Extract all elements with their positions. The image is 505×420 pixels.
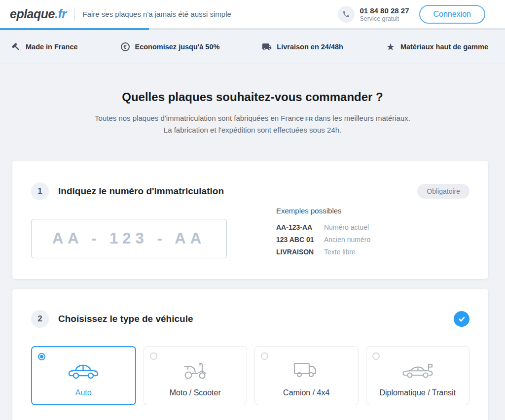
- fr-flag-tag: FR: [305, 116, 313, 122]
- truck-outline-icon: [292, 357, 321, 384]
- logo-tld: .fr: [55, 7, 67, 21]
- connexion-button[interactable]: Connexion: [419, 5, 486, 24]
- page-subtitle: Toutes nos plaques d'immatriculation son…: [90, 112, 415, 136]
- euro-icon: €: [120, 42, 130, 52]
- vehicle-option-label: Moto / Scooter: [170, 388, 221, 397]
- phone-service-label: Service gratuit: [360, 15, 409, 22]
- plate-number-input[interactable]: [31, 219, 227, 258]
- vehicle-options: Auto Moto / Scooter: [31, 346, 469, 405]
- radio-diplomatique[interactable]: [372, 352, 380, 360]
- vehicle-option-diplomatique[interactable]: Diplomatique / Transit: [366, 346, 470, 405]
- diplomatic-car-icon: [402, 357, 433, 384]
- star-icon: ★: [386, 42, 396, 52]
- step1-number: 1: [31, 182, 49, 200]
- radio-auto[interactable]: [38, 353, 45, 360]
- examples-list: AA-123-AA Numéro actuel 123 ABC 01 Ancie…: [276, 223, 370, 256]
- step1-title: Indiquez le numéro d'immatriculation: [58, 186, 224, 197]
- step1-header: 1 Indiquez le numéro d'immatriculation O…: [31, 182, 469, 200]
- feature-economisez: € Economisez jusqu'à 50%: [120, 42, 220, 52]
- example-desc: Numéro actuel: [324, 223, 370, 231]
- car-icon: [68, 357, 99, 384]
- example-desc: Ancien numéro: [324, 236, 370, 244]
- feature-bar: Made in France € Economisez jusqu'à 50% …: [0, 30, 505, 64]
- step1-body: Exemples possibles AA-123-AA Numéro actu…: [31, 207, 469, 258]
- step2-number: 2: [31, 310, 49, 328]
- obligatoire-badge: Obligatoire: [417, 184, 469, 199]
- example-value: 123 ABC 01: [276, 236, 324, 244]
- phone-block: 01 84 80 28 27 Service gratuit: [338, 6, 409, 23]
- radio-camion[interactable]: [261, 352, 268, 360]
- examples-block: Exemples possibles AA-123-AA Numéro actu…: [276, 207, 370, 256]
- vehicle-option-auto[interactable]: Auto: [31, 346, 136, 405]
- step2-title: Choisissez le type de véhicule: [58, 314, 193, 324]
- feature-label: Made in France: [26, 43, 78, 51]
- header-divider: [74, 8, 74, 21]
- phone-icon: [338, 6, 355, 23]
- step2-completed-check-icon: [454, 311, 469, 327]
- examples-title: Exemples possibles: [276, 207, 370, 215]
- logo[interactable]: eplaque.fr: [10, 7, 66, 21]
- feature-label: Matériaux haut de gamme: [400, 43, 488, 51]
- example-value: AA-123-AA: [276, 223, 324, 231]
- feature-materiaux: ★ Matériaux haut de gamme: [386, 42, 488, 52]
- header: eplaque.fr Faire ses plaques n'a jamais …: [0, 0, 505, 28]
- intro-section: Quelles plaques souhaitez-vous commander…: [0, 64, 505, 136]
- feature-livraison: Livraison en 24/48h: [262, 42, 343, 52]
- example-desc: Texte libre: [324, 248, 370, 256]
- hammer-icon: [11, 42, 21, 52]
- vehicle-option-moto[interactable]: Moto / Scooter: [144, 346, 248, 405]
- phone-number: 01 84 80 28 27: [360, 6, 409, 15]
- step1-card: 1 Indiquez le numéro d'immatriculation O…: [12, 161, 488, 279]
- page-title: Quelles plaques souhaitez-vous commander…: [0, 90, 505, 104]
- tagline: Faire ses plaques n'a jamais été aussi s…: [82, 10, 231, 18]
- feature-made-in-france: Made in France: [11, 42, 78, 52]
- step2-card: 2 Choisissez le type de véhicule Auto: [12, 289, 488, 420]
- radio-moto[interactable]: [150, 352, 157, 360]
- truck-icon: [262, 42, 272, 52]
- example-value: LIVRAISON: [276, 248, 324, 256]
- scooter-icon: [181, 357, 209, 384]
- feature-label: Economisez jusqu'à 50%: [135, 43, 220, 51]
- vehicle-option-label: Auto: [75, 388, 92, 397]
- vehicle-option-camion[interactable]: Camion / 4x4: [254, 346, 359, 405]
- header-right: 01 84 80 28 27 Service gratuit Connexion: [338, 5, 485, 24]
- vehicle-option-label: Camion / 4x4: [283, 388, 329, 397]
- feature-label: Livraison en 24/48h: [277, 43, 343, 51]
- step2-header: 2 Choisissez le type de véhicule: [31, 310, 469, 328]
- vehicle-option-label: Diplomatique / Transit: [379, 388, 456, 397]
